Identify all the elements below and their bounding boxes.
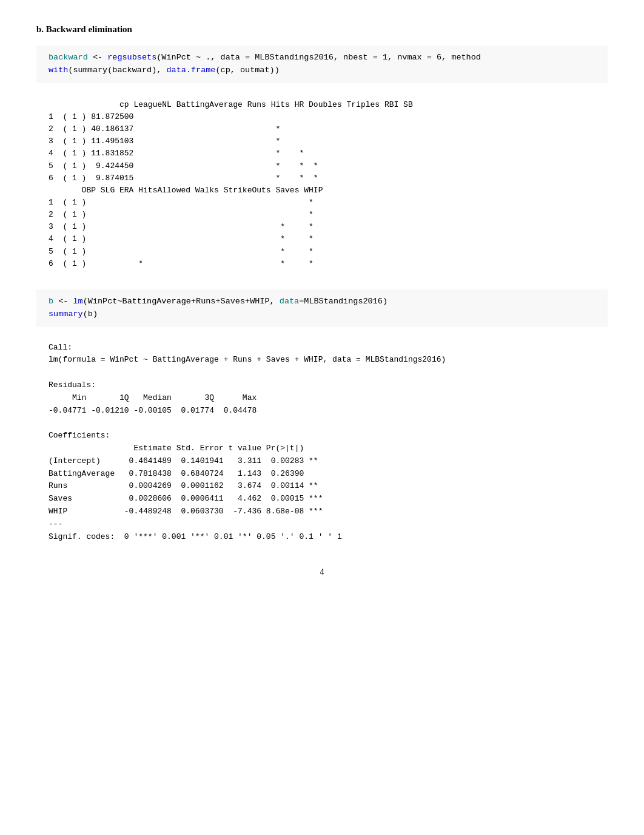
table-output: cp LeagueNL BattingAverage Runs Hits HR … xyxy=(36,94,608,275)
code-fn-dataframe: data.frame xyxy=(166,66,215,75)
code-block-2: b <- lm(WinPct~BattingAverage+Runs+Saves… xyxy=(36,289,608,327)
main-output: Call: lm(formula = WinPct ~ BattingAvera… xyxy=(36,342,608,544)
code-fn-with: with xyxy=(49,66,68,75)
code-fn-summary: summary xyxy=(49,309,83,319)
code-param-data: data xyxy=(280,297,299,306)
code-fn-lm: lm xyxy=(73,297,83,306)
code-keyword-b: b xyxy=(49,297,53,306)
code-fn-regsubsets: regsubsets xyxy=(107,53,156,62)
section-heading: b. Backward elimination xyxy=(36,24,608,35)
code-keyword-backward: backward xyxy=(49,53,88,62)
code-block-1: backward <- regsubsets(WinPct ~ ., data … xyxy=(36,46,608,83)
page-number: 4 xyxy=(36,567,608,577)
